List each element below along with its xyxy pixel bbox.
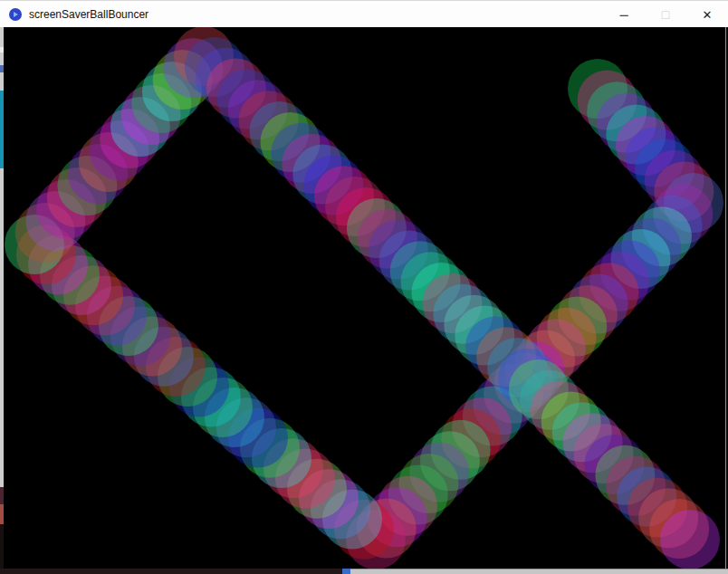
desktop: screenSaverBallBouncer ─ □ ✕ bbox=[0, 0, 728, 574]
window-right-border bbox=[725, 27, 726, 569]
screensaver-canvas bbox=[4, 27, 725, 569]
maximize-button[interactable]: □ bbox=[645, 1, 686, 28]
background-window-bottom-edge bbox=[0, 569, 728, 574]
app-icon[interactable] bbox=[9, 8, 22, 21]
background-window-bottom-accent bbox=[342, 569, 350, 574]
titlebar: screenSaverBallBouncer ─ □ ✕ bbox=[0, 0, 728, 27]
window-controls: ─ □ ✕ bbox=[603, 1, 728, 28]
background-window-bottom-bar bbox=[342, 569, 728, 574]
ball-trail bbox=[4, 27, 725, 569]
minimize-button[interactable]: ─ bbox=[603, 1, 645, 28]
window-title: screenSaverBallBouncer bbox=[29, 1, 148, 28]
close-button[interactable]: ✕ bbox=[686, 1, 728, 28]
play-icon bbox=[14, 12, 18, 17]
ball-trail-circle bbox=[660, 510, 720, 569]
